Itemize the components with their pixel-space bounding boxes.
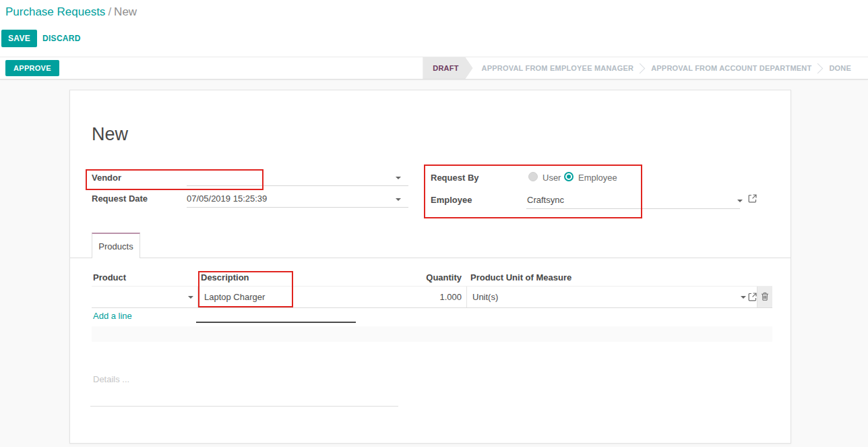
column-header-quantity[interactable]: Quantity — [356, 272, 462, 282]
column-header-uom[interactable]: Product Unit of Measure — [470, 272, 571, 282]
status-step-approval-account-department[interactable]: APPROVAL FROM ACCOUNT DEPARTMENT — [642, 57, 820, 79]
details-textarea[interactable]: Details ... — [93, 374, 129, 384]
request-date-input[interactable]: 07/05/2019 15:25:39 — [187, 193, 267, 204]
table-row[interactable]: Laptop Charger 1.000 Unit(s) — [92, 286, 772, 308]
breadcrumb-current: New — [114, 5, 137, 18]
description-cell[interactable]: Laptop Charger — [197, 287, 356, 307]
status-step-draft[interactable]: DRAFT — [423, 57, 472, 79]
status-bar: APPROVE DRAFT APPROVAL FROM EMPLOYEE MAN… — [0, 57, 868, 80]
column-header-description[interactable]: Description — [201, 272, 249, 282]
vendor-underline — [187, 185, 408, 186]
uom-dropdown-caret-icon[interactable] — [741, 296, 746, 299]
request-date-dropdown-caret-icon[interactable] — [396, 198, 401, 201]
request-by-user-radio[interactable] — [528, 172, 538, 181]
request-date-label: Request Date — [92, 193, 148, 204]
product-cell[interactable] — [92, 287, 197, 307]
employee-external-link-icon[interactable] — [748, 193, 757, 206]
form-sheet: New Vendor Request Date 07/05/2019 15:25… — [69, 90, 791, 444]
tab-products[interactable]: Products — [92, 233, 140, 258]
request-by-employee-radio-label[interactable]: Employee — [578, 173, 617, 183]
uom-cell[interactable]: Unit(s) — [466, 287, 757, 307]
employee-label: Employee — [431, 195, 472, 205]
employee-underline — [526, 208, 740, 209]
product-dropdown-caret-icon[interactable] — [188, 296, 193, 299]
request-by-label: Request By — [431, 173, 479, 183]
control-panel: Purchase Requests/New SAVE DISCARD — [0, 0, 868, 57]
breadcrumb-purchase-requests[interactable]: Purchase Requests — [5, 5, 105, 18]
description-edit-underline — [196, 322, 356, 323]
request-date-underline — [187, 207, 408, 208]
uom-external-link-icon[interactable] — [748, 293, 757, 303]
uom-cell-value: Unit(s) — [472, 292, 498, 302]
approve-button[interactable]: APPROVE — [5, 60, 59, 76]
details-underline — [90, 406, 398, 407]
column-header-product[interactable]: Product — [93, 272, 126, 282]
vendor-dropdown-caret-icon[interactable] — [396, 177, 401, 179]
breadcrumb: Purchase Requests/New — [5, 5, 137, 19]
breadcrumb-separator: / — [108, 5, 111, 18]
purchase-request-form-screen: Purchase Requests/New SAVE DISCARD APPRO… — [0, 0, 868, 447]
quantity-cell[interactable]: 1.000 — [356, 287, 466, 307]
discard-button[interactable]: DISCARD — [42, 34, 81, 43]
record-title: New — [92, 124, 128, 145]
trash-icon — [761, 291, 769, 303]
employee-dropdown-caret-icon[interactable] — [737, 200, 743, 202]
add-a-line-link[interactable]: Add a line — [93, 311, 132, 321]
request-by-employee-radio[interactable] — [564, 172, 574, 181]
delete-row-button[interactable] — [757, 287, 772, 307]
status-step-approval-employee-manager[interactable]: APPROVAL FROM EMPLOYEE MANAGER — [473, 57, 643, 79]
request-by-user-radio-label[interactable]: User — [542, 173, 561, 183]
employee-input[interactable]: Craftsync — [527, 195, 564, 205]
vendor-label: Vendor — [92, 173, 121, 183]
empty-row-stripe[interactable] — [92, 326, 772, 342]
status-steps: DRAFT APPROVAL FROM EMPLOYEE MANAGER APP… — [423, 57, 868, 79]
description-cell-value: Laptop Charger — [204, 292, 265, 302]
save-button[interactable]: SAVE — [1, 30, 37, 47]
tab-divider — [70, 258, 790, 258]
status-step-done[interactable]: DONE — [820, 57, 860, 79]
quantity-cell-value: 1.000 — [439, 292, 462, 302]
